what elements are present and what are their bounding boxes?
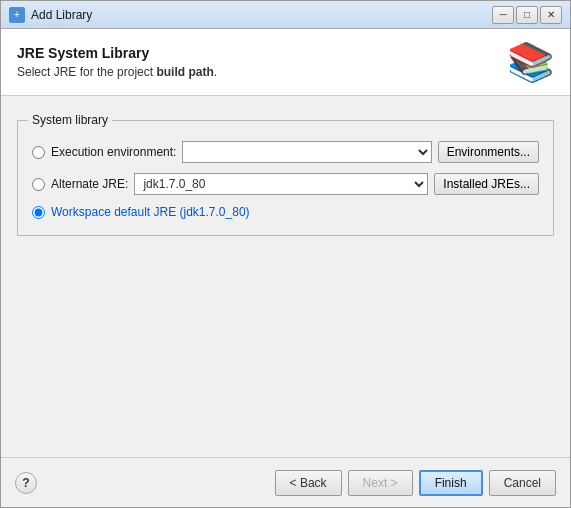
dialog-subtitle: Select JRE for the project build path.: [17, 65, 217, 79]
minimize-button[interactable]: ─: [492, 6, 514, 24]
alternate-jre-row: Alternate JRE: jdk1.7.0_80 Installed JRE…: [32, 173, 539, 195]
execution-environment-label: Execution environment:: [51, 145, 176, 159]
window-icon: +: [9, 7, 25, 23]
finish-button[interactable]: Finish: [419, 470, 483, 496]
title-bar: + Add Library ─ □ ✕: [1, 1, 570, 29]
window-controls: ─ □ ✕: [492, 6, 562, 24]
alternate-jre-select[interactable]: jdk1.7.0_80: [134, 173, 428, 195]
maximize-button[interactable]: □: [516, 6, 538, 24]
footer-buttons: < Back Next > Finish Cancel: [275, 470, 556, 496]
books-icon: 📚: [507, 43, 554, 81]
add-library-dialog: + Add Library ─ □ ✕ JRE System Library S…: [0, 0, 571, 508]
alternate-jre-radio[interactable]: [32, 178, 45, 191]
installed-jres-button[interactable]: Installed JREs...: [434, 173, 539, 195]
header-text: JRE System Library Select JRE for the pr…: [17, 45, 217, 79]
workspace-default-row: Workspace default JRE (jdk1.7.0_80): [32, 205, 539, 219]
execution-environment-radio[interactable]: [32, 146, 45, 159]
cancel-button[interactable]: Cancel: [489, 470, 556, 496]
next-button[interactable]: Next >: [348, 470, 413, 496]
execution-environment-row: Execution environment: Environments...: [32, 141, 539, 163]
execution-environment-select[interactable]: [182, 141, 431, 163]
system-library-group: System library Execution environment: En…: [17, 120, 554, 236]
group-label: System library: [28, 113, 112, 127]
header-area: JRE System Library Select JRE for the pr…: [1, 29, 570, 96]
help-button[interactable]: ?: [15, 472, 37, 494]
window-title: Add Library: [31, 8, 492, 22]
close-button[interactable]: ✕: [540, 6, 562, 24]
dialog-title: JRE System Library: [17, 45, 217, 61]
dialog-footer: ? < Back Next > Finish Cancel: [1, 457, 570, 507]
alternate-jre-label: Alternate JRE:: [51, 177, 128, 191]
environments-button[interactable]: Environments...: [438, 141, 539, 163]
workspace-default-label: Workspace default JRE (jdk1.7.0_80): [51, 205, 250, 219]
workspace-default-radio[interactable]: [32, 206, 45, 219]
back-button[interactable]: < Back: [275, 470, 342, 496]
footer-left: ?: [15, 472, 275, 494]
content-area: System library Execution environment: En…: [1, 96, 570, 457]
